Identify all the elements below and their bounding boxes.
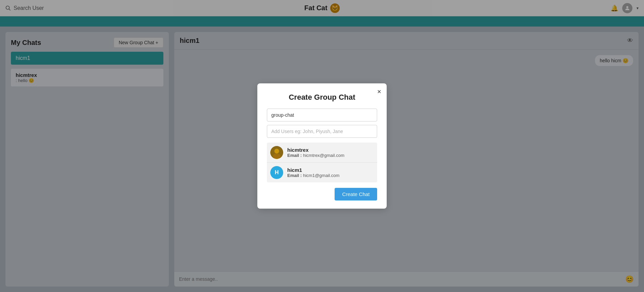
- add-users-input[interactable]: [267, 125, 377, 138]
- user-name-hicm1: hicm1: [287, 167, 339, 173]
- user-info-hicmtrex: hicmtrex Email : hicmtrex@gmail.com: [287, 147, 344, 158]
- user-list-item[interactable]: hicmtrex Email : hicmtrex@gmail.com: [267, 143, 377, 163]
- user-email-hicm1: Email : hicm1@gmail.com: [287, 173, 339, 178]
- group-chat-name-input[interactable]: [267, 109, 377, 121]
- user-info-hicm1: hicm1 Email : hicm1@gmail.com: [287, 167, 339, 178]
- user-name-hicmtrex: hicmtrex: [287, 147, 344, 153]
- modal-close-button[interactable]: ×: [377, 88, 381, 95]
- modal-overlay: × Create Group Chat hicmtrex Email : hic…: [0, 0, 644, 292]
- modal-footer: Create Chat: [267, 188, 377, 200]
- svg-point-5: [273, 153, 280, 159]
- user-avatar-hicmtrex: [270, 146, 283, 159]
- user-avatar-hicm1: H: [270, 166, 283, 179]
- create-chat-button[interactable]: Create Chat: [335, 188, 377, 200]
- user-list-item[interactable]: H hicm1 Email : hicm1@gmail.com: [267, 163, 377, 182]
- user-list: hicmtrex Email : hicmtrex@gmail.com H hi…: [267, 143, 377, 182]
- create-group-chat-modal: × Create Group Chat hicmtrex Email : hic…: [257, 83, 387, 209]
- avatar-image-hicmtrex: [270, 146, 283, 159]
- user-email-hicmtrex: Email : hicmtrex@gmail.com: [287, 153, 344, 158]
- svg-point-4: [274, 149, 279, 153]
- modal-title: Create Group Chat: [267, 93, 377, 102]
